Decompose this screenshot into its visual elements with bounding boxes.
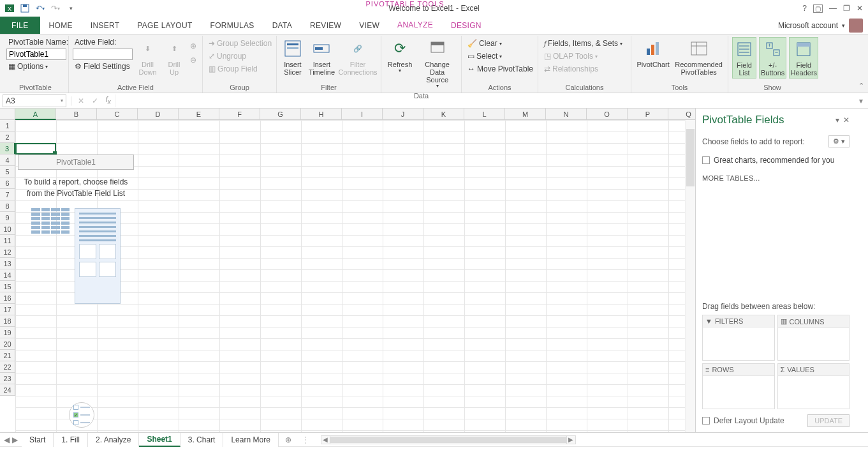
row-header[interactable]: 8: [0, 200, 15, 212]
formula-input[interactable]: [115, 94, 859, 107]
column-header[interactable]: E: [179, 109, 219, 120]
area-rows[interactable]: ≡ROWS: [702, 363, 775, 409]
select-all-corner[interactable]: [0, 109, 15, 120]
row-header[interactable]: 14: [0, 269, 15, 281]
row-header[interactable]: 3: [0, 143, 15, 154]
tab-analyze[interactable]: ANALYZE: [388, 17, 442, 34]
row-header[interactable]: 1: [0, 120, 15, 132]
tab-home[interactable]: HOME: [40, 17, 82, 34]
row-header[interactable]: 20: [0, 338, 15, 350]
field-headers-button[interactable]: Field Headers: [789, 37, 818, 79]
relationships-button[interactable]: ⇄Relationships: [542, 64, 600, 74]
column-header[interactable]: M: [505, 109, 546, 120]
tab-data[interactable]: DATA: [263, 17, 301, 34]
worksheet-grid[interactable]: ABCDEFGHIJKLMNOPQ 1234567891011121314151…: [0, 109, 695, 432]
fx-icon[interactable]: fx: [102, 95, 115, 105]
row-header[interactable]: 15: [0, 281, 15, 292]
row-header[interactable]: 24: [0, 384, 15, 396]
drill-up-button[interactable]: ⬆Drill Up: [163, 37, 186, 77]
column-header[interactable]: H: [301, 109, 342, 120]
selected-cell[interactable]: [15, 143, 56, 154]
insert-timeline-button[interactable]: Insert Timeline: [307, 37, 336, 77]
tab-review[interactable]: REVIEW: [301, 17, 350, 34]
row-header[interactable]: 10: [0, 223, 15, 235]
column-header[interactable]: P: [628, 109, 668, 120]
sheet-nav-prev-icon[interactable]: ◀: [4, 435, 10, 444]
column-header[interactable]: J: [383, 109, 423, 120]
column-header[interactable]: O: [587, 109, 628, 120]
ungroup-button[interactable]: ⤢Ungroup: [207, 51, 248, 61]
move-pivottable-button[interactable]: ↔Move PivotTable: [466, 64, 535, 74]
column-header[interactable]: I: [342, 109, 383, 120]
enter-formula-icon[interactable]: ✓: [88, 96, 102, 105]
row-header[interactable]: 13: [0, 258, 15, 269]
expand-formula-bar-icon[interactable]: ▾: [859, 96, 868, 105]
name-box[interactable]: A3▾: [3, 94, 66, 107]
tab-design[interactable]: DESIGN: [442, 17, 490, 34]
row-header[interactable]: 4: [0, 154, 15, 166]
checkbox-icon[interactable]: [702, 156, 710, 164]
column-header[interactable]: A: [15, 109, 56, 120]
field-item[interactable]: Great charts, recommended for you: [702, 154, 850, 167]
group-field-button[interactable]: ▥Group Field: [207, 64, 260, 74]
row-header[interactable]: 6: [0, 177, 15, 189]
column-header[interactable]: F: [219, 109, 260, 120]
tab-formulas[interactable]: FORMULAS: [202, 17, 263, 34]
vertical-scrollbar[interactable]: [685, 120, 695, 432]
sheet-nav-next-icon[interactable]: ▶: [12, 435, 18, 444]
row-header[interactable]: 23: [0, 373, 15, 384]
column-header[interactable]: K: [423, 109, 464, 120]
update-button[interactable]: UPDATE: [807, 414, 850, 427]
filter-connections-button[interactable]: 🔗Filter Connections: [339, 37, 377, 77]
field-list-button[interactable]: Field List: [732, 37, 756, 79]
pivotchart-button[interactable]: PivotChart: [635, 37, 671, 70]
new-sheet-button[interactable]: ⊕: [279, 435, 298, 444]
plus-minus-buttons-button[interactable]: +−+/- Buttons: [759, 37, 786, 79]
horizontal-scrollbar[interactable]: ◀▶: [321, 435, 576, 444]
sheet-tab[interactable]: 1. Fill: [54, 433, 88, 447]
area-columns[interactable]: ▥COLUMNS: [777, 315, 850, 361]
column-header[interactable]: Q: [668, 109, 695, 120]
tab-file[interactable]: FILE: [0, 17, 40, 34]
change-data-source-button[interactable]: Change Data Source▾: [417, 37, 457, 91]
pane-close-icon[interactable]: ✕: [843, 116, 850, 124]
column-header[interactable]: B: [56, 109, 97, 120]
row-header[interactable]: 7: [0, 189, 15, 200]
drill-down-button[interactable]: ⬇Drill Down: [135, 37, 160, 77]
sheet-tab[interactable]: Sheet1: [139, 433, 180, 447]
row-header[interactable]: 5: [0, 166, 15, 177]
account-label[interactable]: Microsoft account: [778, 21, 838, 30]
collapse-ribbon-icon[interactable]: ⌃: [858, 82, 864, 90]
active-field-input[interactable]: [73, 49, 133, 60]
column-header[interactable]: C: [97, 109, 138, 120]
fields-items-sets-button[interactable]: 𝑓Fields, Items, & Sets▾: [542, 38, 624, 49]
more-tables-link[interactable]: MORE TABLES...: [702, 174, 850, 182]
row-header[interactable]: 19: [0, 327, 15, 338]
sheet-tab[interactable]: Start: [22, 433, 54, 447]
column-header[interactable]: N: [546, 109, 587, 120]
row-header[interactable]: 11: [0, 235, 15, 246]
area-filters[interactable]: ▼FILTERS: [702, 315, 775, 361]
collapse-field-icon[interactable]: ⊖: [188, 55, 198, 65]
pane-menu-icon[interactable]: ▾: [835, 116, 839, 124]
olap-tools-button[interactable]: ◳OLAP Tools▾: [542, 51, 600, 61]
recommended-pivottables-button[interactable]: Recommended PivotTables: [673, 37, 724, 77]
insert-slicer-button[interactable]: Insert Slicer: [281, 37, 305, 77]
column-header[interactable]: G: [260, 109, 301, 120]
cancel-formula-icon[interactable]: ✕: [74, 96, 88, 105]
row-header[interactable]: 22: [0, 361, 15, 373]
field-settings-button[interactable]: ⚙Field Settings: [73, 61, 133, 71]
avatar[interactable]: [849, 19, 863, 33]
pane-layout-button[interactable]: ⚙ ▾: [828, 135, 850, 147]
tab-insert[interactable]: INSERT: [82, 17, 129, 34]
row-header[interactable]: 16: [0, 292, 15, 304]
sheet-tab[interactable]: 3. Chart: [180, 433, 224, 447]
refresh-button[interactable]: ⟳Refresh▾: [385, 37, 415, 75]
select-button[interactable]: ▭Select▾: [466, 51, 504, 61]
row-header[interactable]: 21: [0, 350, 15, 361]
row-header[interactable]: 17: [0, 304, 15, 315]
column-header[interactable]: L: [464, 109, 505, 120]
row-header[interactable]: 12: [0, 246, 15, 258]
sheet-tab[interactable]: Learn More: [223, 433, 278, 447]
options-button[interactable]: ▦Options▾: [6, 61, 50, 71]
